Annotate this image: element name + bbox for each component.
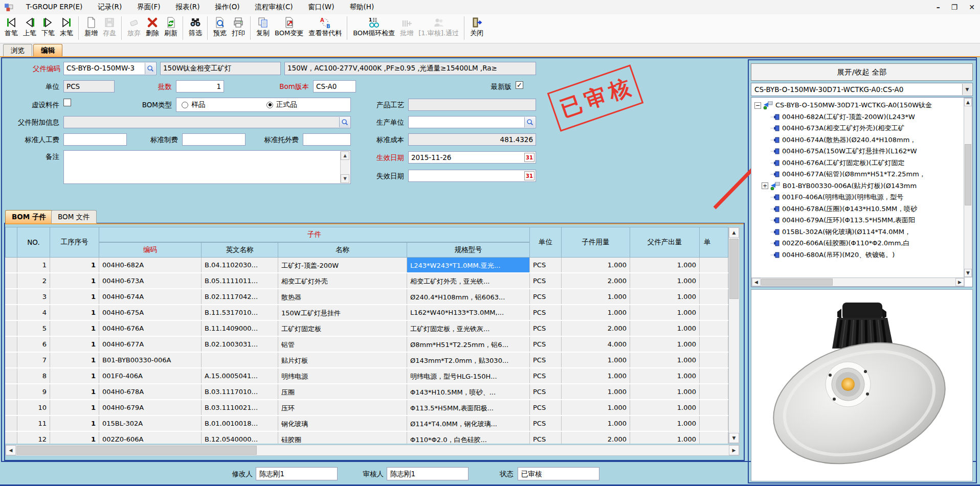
tree-node[interactable]: 002Z0-606A(硅胶圈)(Φ110*Φ2.0mm,白 — [752, 238, 963, 249]
cell-no[interactable]: 1 — [17, 258, 50, 272]
tree-node[interactable]: 004H0-676A(工矿灯固定板)(工矿灯固定 — [752, 157, 963, 169]
cell-en[interactable]: B.04.1102030... — [202, 258, 278, 272]
cell-name[interactable]: 散热器 — [278, 289, 407, 304]
tree-hscrollbar[interactable]: ◀ ▶ — [751, 277, 965, 287]
cell-qty[interactable]: 1.000 — [562, 384, 630, 399]
cell-no[interactable]: 9 — [17, 384, 50, 399]
cell-seq[interactable]: 1 — [50, 368, 99, 383]
scroll-right-icon[interactable]: ▶ — [729, 445, 739, 455]
cell-spec[interactable]: Ø240.4*H108mm，铝6063... — [407, 289, 530, 304]
scroll-left-icon[interactable]: ◀ — [6, 445, 16, 455]
tree-node[interactable]: 004H0-678A(压圈)(Φ143*H10.5MM，喷砂 — [752, 203, 963, 215]
filter-button[interactable]: 筛选 — [186, 14, 205, 37]
cell-extra[interactable] — [700, 289, 728, 304]
cell-code[interactable]: 004H0-679A — [99, 400, 202, 415]
cell-extra[interactable] — [700, 305, 728, 320]
radio-icon[interactable] — [266, 102, 273, 108]
cell-extra[interactable] — [700, 400, 728, 415]
cell-no[interactable]: 4 — [17, 305, 50, 320]
cell-no[interactable]: 3 — [17, 289, 50, 304]
cell-en[interactable]: B.01.0010018... — [202, 416, 278, 431]
cell-spec[interactable]: L243*W243*T1.0MM.亚光... — [407, 258, 530, 272]
cell-name[interactable]: 硅胶圈 — [278, 432, 407, 444]
cell-qty[interactable]: 2.000 — [562, 321, 630, 336]
cell-qty[interactable]: 2.000 — [562, 273, 630, 288]
scroll-down-icon[interactable]: ▼ — [341, 174, 349, 183]
scroll-left-icon[interactable]: ◀ — [752, 278, 761, 286]
cell-parent_qty[interactable]: 1.000 — [630, 289, 700, 304]
remark-textarea[interactable]: ▲ ▼ — [63, 150, 351, 184]
cell-parent_qty[interactable]: 1.000 — [630, 321, 700, 336]
tree-node[interactable]: 004H0-675A(150W工矿灯悬挂件)(L162*W — [752, 146, 963, 157]
row-marker[interactable] — [5, 273, 17, 288]
std-labor-field[interactable] — [63, 133, 127, 146]
row-marker[interactable] — [5, 400, 17, 415]
tab-bom-children[interactable]: BOM 子件 — [5, 210, 53, 223]
expire-date-field[interactable]: 31 — [408, 170, 536, 182]
parent-code-lookup-button[interactable] — [145, 63, 155, 74]
menu-item-7[interactable]: 帮助(H) — [342, 3, 382, 12]
prod-unit-field[interactable] — [408, 116, 536, 128]
cell-seq[interactable]: 1 — [50, 337, 99, 352]
cell-spec[interactable]: Φ143*H10.5MM，喷砂、... — [407, 384, 530, 399]
calendar-icon[interactable]: 31 — [524, 171, 534, 180]
cell-spec[interactable]: 明纬电源，型号HLG-150H... — [407, 368, 530, 383]
cell-seq[interactable]: 1 — [50, 289, 99, 304]
cell-parent_qty[interactable]: 1.000 — [630, 432, 700, 444]
cell-parent_qty[interactable]: 1.000 — [630, 258, 700, 272]
cell-name[interactable]: 压环 — [278, 400, 407, 415]
refresh-button[interactable]: 刷新 — [162, 14, 180, 37]
cell-qty[interactable]: 1.000 — [562, 305, 630, 320]
cell-parent_qty[interactable]: 1.000 — [630, 273, 700, 288]
bom-version-field[interactable]: CS-A0 — [313, 80, 356, 92]
cell-parent_qty[interactable]: 1.000 — [630, 368, 700, 383]
cell-spec[interactable]: 相变工矿灯外壳，亚光铁... — [407, 273, 530, 288]
cell-name[interactable]: 明纬电源 — [278, 368, 407, 383]
cell-extra[interactable] — [700, 273, 728, 288]
virtual-checkbox[interactable] — [63, 99, 71, 106]
cell-spec[interactable]: L162*W40*H133*T3.0MM,... — [407, 305, 530, 320]
cell-extra[interactable] — [700, 321, 728, 336]
latest-checkbox[interactable]: ✓ — [516, 81, 523, 89]
cell-qty[interactable]: 1.000 — [562, 416, 630, 431]
expand-collapse-all-button[interactable]: 展开/收起 全部 — [751, 63, 973, 81]
cell-parent_qty[interactable]: 1.000 — [630, 384, 700, 399]
new-button[interactable]: 新增 — [82, 14, 100, 37]
row-marker[interactable] — [5, 384, 17, 399]
substitute-button[interactable]: AB查看替代料 — [306, 14, 344, 37]
hscroll-thumb[interactable] — [16, 446, 257, 455]
chevron-down-icon[interactable]: ▼ — [962, 84, 972, 95]
calendar-icon[interactable]: 31 — [524, 153, 534, 162]
collapse-icon[interactable]: − — [754, 102, 761, 109]
cell-extra[interactable] — [700, 337, 728, 352]
cell-name[interactable]: 压圈 — [278, 384, 407, 399]
scroll-down-icon[interactable]: ▼ — [729, 433, 739, 443]
cell-code[interactable]: 004H0-677A — [99, 337, 202, 352]
cell-en[interactable]: A.15.0005041... — [202, 368, 278, 383]
tree-node[interactable]: +B01-BYB00330-006A(贴片灯板)(Ø143mm — [752, 180, 963, 192]
scroll-down-icon[interactable]: ▼ — [964, 269, 972, 277]
cell-no[interactable]: 10 — [17, 400, 50, 415]
cell-seq[interactable]: 1 — [50, 273, 99, 288]
cell-seq[interactable]: 1 — [50, 432, 99, 444]
cell-spec[interactable]: Ø143mm*T2.0mm，贴3030... — [407, 353, 530, 367]
menu-item-0[interactable]: T-GROUP ERP(E) — [18, 3, 90, 12]
cell-code[interactable]: 004H0-674A — [99, 289, 202, 304]
cell-en[interactable]: B.05.1111011... — [202, 273, 278, 288]
menu-item-4[interactable]: 操作(O) — [207, 3, 247, 12]
cell-parent_qty[interactable]: 1.000 — [630, 400, 700, 415]
parent-code-field[interactable]: CS-BYB-O-150MW-3 — [63, 62, 157, 75]
cell-seq[interactable]: 1 — [50, 258, 99, 272]
hscroll-thumb[interactable] — [761, 279, 833, 286]
tree-node[interactable]: 004H0-682A(工矿灯-顶盖-200W)(L243*W — [752, 111, 963, 123]
remark-scrollbar[interactable]: ▲ ▼ — [340, 151, 350, 183]
tree-node[interactable]: 001F0-406A(明纬电源)(明纬电源，型号 — [752, 192, 963, 203]
cell-unit[interactable]: PCS — [530, 384, 562, 399]
tree-node[interactable]: 015BL-302A(钢化玻璃)(Ø114*T4.0MM， — [752, 226, 963, 238]
cell-code[interactable]: 004H0-678A — [99, 384, 202, 399]
cell-unit[interactable]: PCS — [530, 273, 562, 288]
cell-unit[interactable]: PCS — [530, 400, 562, 415]
cell-no[interactable]: 8 — [17, 368, 50, 383]
cell-en[interactable]: B.11.1409000... — [202, 321, 278, 336]
tree-node[interactable]: 004H0-680A(吊环)(M20、铁镀铬。) — [752, 249, 963, 261]
